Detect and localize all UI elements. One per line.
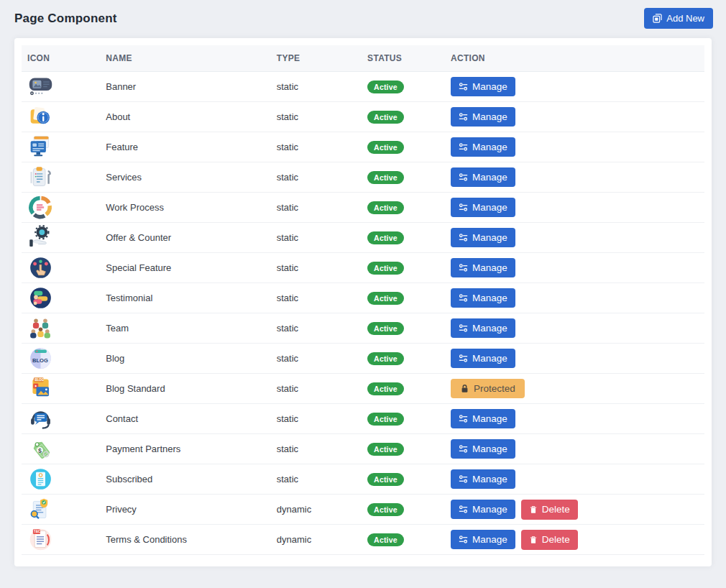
table-row: Contact static Active Manage bbox=[22, 404, 704, 434]
payment-partners-icon: $ bbox=[27, 436, 94, 462]
sliders-icon bbox=[459, 82, 468, 91]
trash-icon bbox=[529, 505, 538, 514]
sliders-icon bbox=[459, 505, 468, 514]
manage-button[interactable]: Manage bbox=[451, 288, 515, 308]
table-row: Banner static Active Manage bbox=[22, 72, 704, 102]
delete-label: Delete bbox=[542, 535, 570, 545]
manage-label: Manage bbox=[472, 414, 507, 424]
component-name: Offer & Counter bbox=[100, 223, 271, 253]
action-cell: Manage bbox=[445, 72, 704, 102]
status-badge: Active bbox=[367, 473, 404, 486]
action-cell: Manage bbox=[445, 253, 704, 283]
manage-label: Manage bbox=[472, 535, 507, 545]
feature-icon bbox=[27, 134, 94, 160]
manage-button[interactable]: Manage bbox=[451, 198, 515, 218]
component-type: static bbox=[271, 72, 362, 102]
manage-label: Manage bbox=[472, 173, 507, 183]
manage-label: Manage bbox=[472, 444, 507, 454]
action-cell: ManageDelete bbox=[445, 525, 704, 555]
sliders-icon bbox=[459, 535, 468, 544]
component-type: static bbox=[271, 404, 362, 434]
manage-button[interactable]: Manage bbox=[451, 318, 515, 339]
manage-button[interactable]: Manage bbox=[451, 469, 515, 490]
contact-icon bbox=[27, 405, 94, 432]
status-badge: Active bbox=[367, 292, 404, 305]
component-name: About bbox=[100, 102, 271, 132]
manage-button[interactable]: Manage bbox=[451, 77, 515, 97]
component-name: Blog Standard bbox=[100, 374, 271, 404]
table-row: Privecy dynamic Active ManageDelete bbox=[22, 495, 704, 525]
manage-label: Manage bbox=[472, 293, 507, 303]
trash-icon bbox=[529, 536, 538, 544]
component-name: Testimonial bbox=[100, 283, 271, 313]
status-badge: Active bbox=[367, 231, 404, 244]
table-row: About static Active Manage bbox=[22, 102, 704, 132]
component-name: Feature bbox=[100, 132, 271, 162]
component-name: Terms & Conditions bbox=[100, 525, 271, 555]
component-name: Payment Partners bbox=[100, 434, 271, 464]
manage-button[interactable]: Manage bbox=[451, 228, 515, 248]
table-row: $ Payment Partners static Active Manage bbox=[22, 434, 704, 464]
component-type: static bbox=[271, 434, 362, 464]
protected-label: Protected bbox=[474, 384, 515, 394]
svg-text:T&C: T&C bbox=[34, 530, 41, 533]
status-badge: Active bbox=[367, 533, 404, 546]
table-header-row: ICONNAMETYPESTATUSACTION bbox=[22, 45, 704, 72]
component-type: static bbox=[271, 223, 362, 253]
manage-button[interactable]: Manage bbox=[451, 137, 515, 157]
manage-button[interactable]: Manage bbox=[451, 409, 515, 429]
add-new-button[interactable]: Add New bbox=[644, 8, 713, 29]
clone-icon bbox=[653, 14, 662, 23]
action-cell: Manage bbox=[445, 344, 704, 374]
component-type: static bbox=[271, 344, 362, 374]
table-row: Special Feature static Active Manage bbox=[22, 253, 704, 283]
status-badge: Active bbox=[367, 262, 404, 275]
manage-label: Manage bbox=[472, 505, 507, 515]
component-type: static bbox=[271, 464, 362, 495]
manage-button[interactable]: Manage bbox=[451, 167, 515, 188]
component-type: dynamic bbox=[271, 525, 362, 555]
action-cell: Manage bbox=[445, 102, 704, 132]
table-row: T&C Terms & Conditions dynamic Active Ma… bbox=[22, 525, 704, 555]
status-badge: Active bbox=[367, 352, 404, 365]
manage-button[interactable]: Manage bbox=[451, 349, 515, 369]
manage-label: Manage bbox=[472, 474, 507, 484]
sliders-icon bbox=[459, 203, 468, 212]
manage-button[interactable]: Manage bbox=[451, 500, 515, 520]
component-type: static bbox=[271, 253, 362, 283]
sliders-icon bbox=[459, 112, 468, 121]
page-header: Page Component Add New bbox=[0, 0, 726, 38]
sliders-icon bbox=[459, 233, 468, 242]
manage-button[interactable]: Manage bbox=[451, 258, 515, 278]
manage-label: Manage bbox=[472, 263, 507, 273]
testimonial-icon bbox=[27, 285, 94, 311]
action-cell: Protected bbox=[445, 374, 704, 404]
manage-button[interactable]: Manage bbox=[451, 107, 515, 127]
action-cell: Manage bbox=[445, 434, 704, 464]
terms-conditions-icon: T&C bbox=[27, 526, 94, 553]
sliders-icon bbox=[459, 173, 468, 182]
sliders-icon bbox=[459, 293, 468, 303]
component-type: dynamic bbox=[271, 495, 362, 525]
action-cell: Manage bbox=[445, 132, 704, 162]
sliders-icon bbox=[459, 474, 468, 484]
column-header-status: STATUS bbox=[362, 45, 445, 72]
manage-button[interactable]: Manage bbox=[451, 530, 515, 550]
column-header-icon: ICON bbox=[22, 45, 100, 72]
lock-icon bbox=[460, 384, 469, 393]
action-cell: Manage bbox=[445, 223, 704, 253]
sliders-icon bbox=[459, 354, 468, 363]
delete-button[interactable]: Delete bbox=[521, 500, 578, 520]
status-badge: Active bbox=[367, 171, 404, 184]
status-badge: Active bbox=[367, 141, 404, 154]
manage-button[interactable]: Manage bbox=[451, 439, 515, 459]
delete-button[interactable]: Delete bbox=[521, 530, 578, 550]
protected-button: Protected bbox=[451, 379, 525, 399]
component-type: static bbox=[271, 193, 362, 223]
svg-text:BLOG: BLOG bbox=[32, 357, 48, 364]
component-name: Contact bbox=[100, 404, 271, 434]
status-badge: Active bbox=[367, 81, 404, 93]
blog-standard-icon: BLOG bbox=[27, 375, 94, 402]
action-cell: Manage bbox=[445, 313, 704, 344]
component-name: Work Process bbox=[100, 193, 271, 223]
